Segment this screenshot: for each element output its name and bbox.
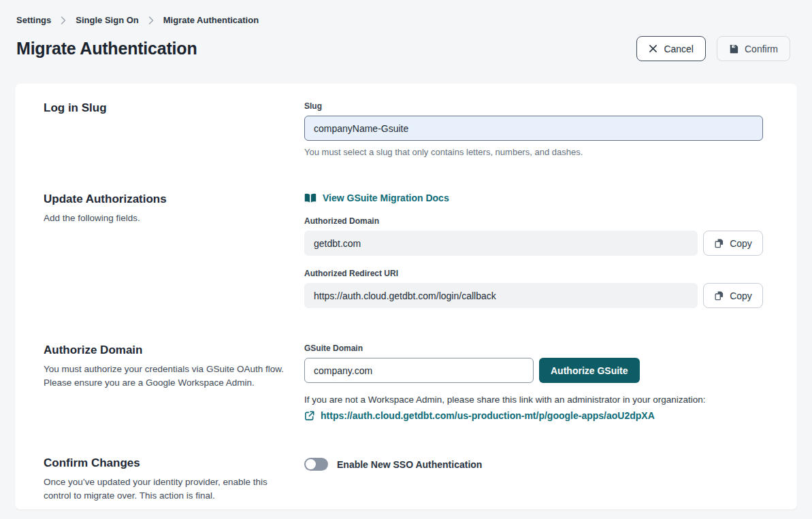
save-icon (729, 44, 738, 54)
authorized-redirect-uri-field (304, 283, 698, 308)
close-icon (649, 44, 657, 53)
section-authorize-domain: Authorize Domain You must authorize your… (44, 344, 763, 421)
page-title: Migrate Authentication (16, 39, 197, 58)
header-actions: Cancel Confirm (636, 36, 790, 61)
authorize-gsuite-button[interactable]: Authorize GSuite (539, 358, 640, 383)
authorized-domain-field (304, 231, 698, 256)
confirm-button-label: Confirm (745, 44, 778, 54)
cancel-button[interactable]: Cancel (636, 36, 706, 61)
enable-sso-toggle[interactable] (304, 458, 328, 471)
book-icon (304, 193, 316, 203)
section-login-slug: Log in Slug Slug You must select a slug … (44, 101, 763, 157)
copy-icon (714, 290, 724, 301)
gsuite-domain-input[interactable] (304, 358, 534, 383)
copy-icon (714, 238, 724, 248)
chevron-right-icon (61, 16, 66, 24)
login-slug-heading: Log in Slug (44, 101, 304, 115)
breadcrumb-settings[interactable]: Settings (16, 15, 51, 25)
breadcrumb-single-sign-on[interactable]: Single Sign On (76, 15, 138, 25)
slug-label: Slug (304, 101, 763, 111)
slug-input[interactable] (304, 116, 763, 141)
breadcrumb: Settings Single Sign On Migrate Authenti… (16, 15, 790, 25)
workspace-admin-note: If you are not a Workspace Admin, please… (304, 395, 763, 405)
section-confirm-changes: Confirm Changes Once you’ve updated your… (44, 456, 763, 503)
copy-authorized-domain-button[interactable]: Copy (703, 231, 763, 256)
chevron-right-icon (148, 16, 154, 24)
authorize-domain-heading: Authorize Domain (44, 344, 304, 357)
copy-button-label: Copy (730, 238, 752, 249)
update-authorizations-heading: Update Authorizations (44, 192, 304, 206)
copy-redirect-uri-button[interactable]: Copy (703, 283, 763, 308)
copy-button-label: Copy (730, 290, 752, 301)
toggle-knob (306, 459, 316, 469)
confirm-changes-description: Once you’ve updated your identity provid… (44, 475, 289, 503)
gsuite-migration-docs-link[interactable]: View GSuite Migration Docs (304, 192, 449, 203)
authorized-redirect-uri-label: Authorized Redirect URI (304, 269, 763, 278)
confirm-button[interactable]: Confirm (717, 36, 790, 61)
update-authorizations-description: Add the following fields. (44, 212, 289, 225)
enable-sso-toggle-label: Enable New SSO Authentication (337, 459, 482, 470)
gsuite-migration-docs-link-label: View GSuite Migration Docs (323, 192, 449, 203)
gsuite-domain-label: GSuite Domain (304, 344, 763, 353)
external-link-icon (304, 411, 314, 421)
section-update-authorizations: Update Authorizations Add the following … (44, 192, 763, 308)
cancel-button-label: Cancel (664, 44, 694, 54)
breadcrumb-migrate-authentication: Migrate Authentication (163, 15, 259, 25)
migrate-authentication-card: Log in Slug Slug You must select a slug … (15, 84, 797, 509)
page-header: Settings Single Sign On Migrate Authenti… (0, 0, 812, 61)
slug-help-text: You must select a slug that only contain… (304, 147, 763, 157)
confirm-changes-heading: Confirm Changes (44, 456, 304, 470)
admin-share-link[interactable]: https://auth.cloud.getdbt.com/us-product… (321, 410, 655, 421)
authorize-domain-description: You must authorize your credentials via … (44, 363, 289, 390)
authorized-domain-label: Authorized Domain (304, 216, 763, 226)
